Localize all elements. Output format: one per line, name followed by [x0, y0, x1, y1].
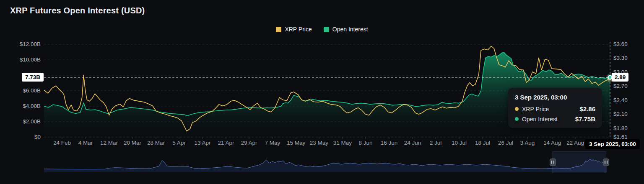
left-axis-tick: $12.00B	[0, 41, 41, 48]
x-axis-tick: 4 Mar	[78, 140, 93, 146]
x-axis-tick: 22 Aug	[566, 140, 584, 146]
x-axis-tick: 23 May	[310, 140, 328, 146]
x-axis-tick: 18 Jul	[475, 140, 490, 146]
chart-legend: XRP Price Open Interest	[0, 26, 644, 33]
series-dot-icon	[515, 107, 519, 111]
left-axis-tick: $0	[0, 133, 41, 141]
x-axis-tick: 5 Apr	[172, 140, 186, 146]
open-interest-swatch-icon	[324, 27, 329, 32]
tooltip-series-value: $7.75B	[575, 115, 595, 123]
x-axis-tick: 31 May	[333, 140, 352, 146]
tooltip-series-value: $2.86	[579, 105, 595, 112]
x-axis-tick: 26 Jul	[498, 140, 513, 146]
left-axis-tick: $6.00B	[0, 87, 41, 94]
x-axis-tick: 3 Aug	[520, 140, 535, 146]
x-axis-tick: 15 May	[287, 140, 305, 146]
left-axis-tick: $4.00B	[0, 102, 41, 110]
page-title: XRP Futures Open Interest (USD)	[10, 6, 145, 15]
legend-item-xrp-price[interactable]: XRP Price	[276, 26, 312, 33]
oi-chart-widget: XRP Futures Open Interest (USD) XRP Pric…	[0, 0, 644, 184]
tooltip-rows: XRP Price$2.86Open Interest$7.75B	[515, 105, 595, 123]
tooltip-series-label: XRP Price	[522, 106, 549, 112]
legend-label: XRP Price	[285, 26, 312, 33]
x-axis-tick: 2 Jul	[430, 140, 442, 146]
x-axis-tick: 13 Apr	[194, 140, 210, 146]
crosshair-date-badge: 3 Sep 2025, 03:00	[585, 139, 640, 149]
tooltip-row: XRP Price$2.86	[515, 105, 595, 112]
xrp-price-swatch-icon	[276, 27, 281, 32]
left-axis-tick: $10.00B	[0, 56, 41, 63]
x-axis-tick: 24 Jun	[404, 140, 421, 146]
right-axis-tick: $2.10	[613, 110, 628, 118]
legend-label: Open Interest	[332, 26, 368, 33]
right-axis-tick: $2.40	[613, 97, 628, 104]
x-axis-tick: 20 Mar	[124, 140, 141, 146]
right-axis-tick: $3.60	[613, 41, 628, 48]
open-interest-axis-badge: 7.73B	[22, 73, 44, 82]
right-axis-tick: $3.30	[613, 54, 628, 61]
tooltip-date: 3 Sep 2025, 03:00	[515, 94, 595, 101]
left-axis-tick: $2.00B	[0, 118, 41, 125]
right-axis-tick: $1.80	[613, 125, 628, 132]
x-axis-tick: 24 Feb	[53, 140, 71, 146]
series-dot-icon	[515, 117, 519, 121]
x-axis-tick: 29 Apr	[241, 140, 257, 146]
x-axis-tick: 16 Jun	[381, 140, 398, 146]
tooltip-row: Open Interest$7.75B	[515, 115, 595, 123]
x-axis-tick: 8 Jun	[358, 140, 372, 146]
navigator-left-handle[interactable]	[550, 158, 556, 166]
legend-item-open-interest[interactable]: Open Interest	[324, 26, 368, 33]
navigator-right-handle[interactable]	[603, 158, 609, 166]
x-axis-tick: 28 Mar	[147, 140, 165, 146]
x-axis-tick: 21 Apr	[218, 140, 234, 146]
x-axis-tick: 7 May	[265, 140, 280, 146]
range-navigator[interactable]	[44, 151, 607, 173]
right-axis-tick: $2.70	[613, 82, 628, 89]
x-axis-tick: 10 Jul	[452, 140, 467, 146]
tooltip-series-label: Open Interest	[522, 116, 558, 123]
price-axis-badge: 2.89	[612, 73, 628, 82]
chart-tooltip: 3 Sep 2025, 03:00 XRP Price$2.86Open Int…	[508, 88, 602, 128]
x-axis-tick: 12 Mar	[100, 140, 118, 146]
x-axis-tick: 14 Aug	[543, 140, 561, 146]
